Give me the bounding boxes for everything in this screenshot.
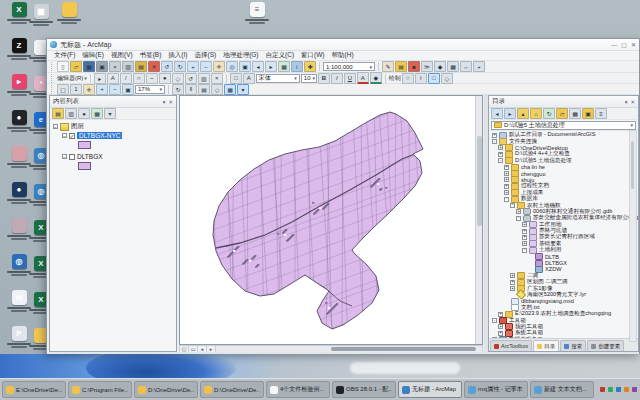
tray-icon[interactable] (632, 387, 637, 392)
catalog-window[interactable]: ▤ (395, 61, 407, 72)
refresh-view[interactable]: ↻ (172, 84, 184, 95)
forward-extent[interactable]: ▸ (265, 61, 277, 72)
text-tool-button[interactable]: A (243, 73, 255, 84)
close-icon[interactable]: ✕ (168, 99, 173, 105)
toc-symbol-row[interactable] (50, 140, 176, 149)
pan-layout[interactable]: ✛ (83, 84, 95, 95)
catalog-options[interactable]: ≡ (595, 108, 607, 119)
toc-layer-item[interactable]: − DLTBGX (50, 152, 176, 161)
pin-icon[interactable]: ▾ (625, 99, 628, 105)
identify[interactable]: i (291, 61, 303, 72)
toc-symbol-row[interactable] (50, 161, 176, 170)
full-extent[interactable]: ◎ (226, 61, 238, 72)
menu-item[interactable]: 编辑(E) (79, 51, 107, 60)
delete[interactable]: ✕ (148, 61, 160, 72)
menu-item[interactable]: 自定义(C) (263, 51, 298, 60)
measure[interactable]: ↔ (460, 61, 472, 72)
list-by-visibility[interactable]: ● (78, 108, 90, 119)
tab-create-features[interactable]: 创建要素 (587, 340, 624, 351)
back-extent[interactable]: ◂ (252, 61, 264, 72)
maximize-button[interactable]: ▢ (621, 40, 627, 50)
toc-layer-item[interactable]: − ✓ DLTBGX-NYC (50, 131, 176, 140)
snapping-toggle[interactable]: ◇ (211, 84, 223, 95)
home[interactable]: ⌂ (530, 108, 542, 119)
close-icon[interactable]: ✕ (630, 99, 635, 105)
python-window[interactable]: ≫ (421, 61, 433, 72)
catalog-scrollbar[interactable] (629, 130, 637, 342)
toggle-contents-panel[interactable]: ▦ (569, 108, 581, 119)
minimize-button[interactable]: — (611, 40, 617, 50)
layer-checkbox[interactable] (69, 154, 75, 160)
layer-name[interactable]: DLTBGX-NYC (77, 132, 122, 139)
refresh[interactable]: ↻ (543, 108, 555, 119)
zoom-in[interactable]: + (187, 61, 199, 72)
underline-button[interactable]: U (344, 73, 356, 84)
reshape-feature[interactable]: ↺ (185, 73, 197, 84)
tab-catalog[interactable]: 目录 (533, 340, 559, 351)
tab-search[interactable]: 搜索 (560, 340, 586, 351)
layer-checkbox[interactable]: ✓ (69, 133, 75, 139)
editor-menu-label[interactable]: 编辑器(R) (57, 74, 83, 83)
undo[interactable]: ↺ (161, 61, 173, 72)
folder2-icon[interactable] (52, 2, 86, 24)
list-by-selection[interactable]: ▦ (91, 108, 103, 119)
pause-drawing[interactable]: ‖ (185, 84, 197, 95)
layout-zoom-combo[interactable]: 17%▾ (135, 85, 165, 94)
layer-symbol-swatch[interactable] (78, 141, 91, 149)
arc-segment[interactable]: ∩ (133, 73, 145, 84)
taskbar-notepad-1[interactable]: mxj属性 - 记事本 (464, 381, 528, 398)
split-tool[interactable]: × (211, 73, 223, 84)
layer-symbol-swatch[interactable] (78, 162, 91, 170)
layer-name[interactable]: DLTBGX (77, 153, 103, 160)
font-color-button[interactable]: A (357, 72, 369, 84)
zoom-out[interactable]: − (200, 61, 212, 72)
draw-rectangle[interactable]: □ (428, 73, 440, 84)
paste[interactable]: ▤ (135, 61, 147, 72)
draw-line[interactable]: I (415, 73, 427, 84)
menu-item[interactable]: 地理处理(G) (220, 51, 261, 60)
zoom-whole-page[interactable]: ▢ (57, 84, 69, 95)
taskbar-notepad-2[interactable]: 新建 文本文档... (530, 381, 594, 398)
taskbar-folder-1[interactable]: E:\OneDrive\De... (2, 381, 66, 398)
bold-button[interactable]: B (318, 73, 330, 84)
edit-annotation[interactable]: A (107, 73, 119, 84)
edit-tool[interactable]: ▸ (94, 73, 106, 84)
tab-arctoolbox[interactable]: ArcToolbox (490, 340, 532, 351)
taskbar-folder-2[interactable]: C:\Program File... (68, 381, 132, 398)
toolbar-options[interactable]: ▾ (237, 84, 249, 95)
taskbar-folder-3[interactable]: D:\OneDrive\De... (134, 381, 198, 398)
zoom-out-layout[interactable]: − (109, 84, 121, 95)
cut[interactable]: × (109, 61, 121, 72)
go-to-xy[interactable]: + (473, 61, 485, 72)
toc-root-item[interactable]: − 图层 (50, 122, 176, 131)
toc-options[interactable]: ▾ (104, 108, 116, 119)
tray-icon[interactable] (600, 387, 605, 392)
italic-button[interactable]: I (331, 73, 343, 84)
map-canvas[interactable] (179, 95, 483, 345)
tray-icon[interactable] (616, 387, 621, 392)
map-vertical-scrollbar[interactable] (475, 96, 482, 344)
menu-item[interactable]: 窗口(W) (298, 51, 327, 60)
back[interactable]: ◂ (491, 108, 503, 119)
title-bar[interactable]: 无标题 - ArcMap — ▢ ✕ (47, 39, 639, 51)
data-driven-pages[interactable]: ▤ (198, 84, 210, 95)
draw-circle[interactable]: ○ (402, 73, 414, 84)
font-size-combo[interactable]: 10▾ (301, 74, 317, 83)
taskbar-file-checker[interactable]: 4个文件检验例... (266, 381, 330, 398)
open-folder[interactable]: ▱ (70, 61, 82, 72)
map-scale-combo[interactable]: 1:100,000▾ (323, 62, 375, 71)
feature-cache[interactable]: ▦ (224, 84, 236, 95)
menu-item[interactable]: 文件(F) (51, 51, 78, 60)
zoom-100[interactable]: 1 (70, 84, 82, 95)
attribute-table[interactable]: ▦ (447, 61, 459, 72)
up-one-level[interactable]: ▴ (517, 108, 529, 119)
point-tool[interactable]: ● (159, 73, 171, 84)
print[interactable]: ▣ (96, 61, 108, 72)
shape-tool-button[interactable]: □ (230, 73, 242, 84)
connect-to-folder[interactable]: ▱ (556, 108, 568, 119)
catalog-tree-item[interactable]: - 数据库服务器 (489, 337, 638, 339)
scrollbar-thumb[interactable] (331, 347, 476, 351)
draw-polygon[interactable]: ◇ (441, 73, 453, 84)
redo[interactable]: ↻ (174, 61, 186, 72)
taskbar-folder-4[interactable]: D:\OneDrive\De... (200, 381, 264, 398)
